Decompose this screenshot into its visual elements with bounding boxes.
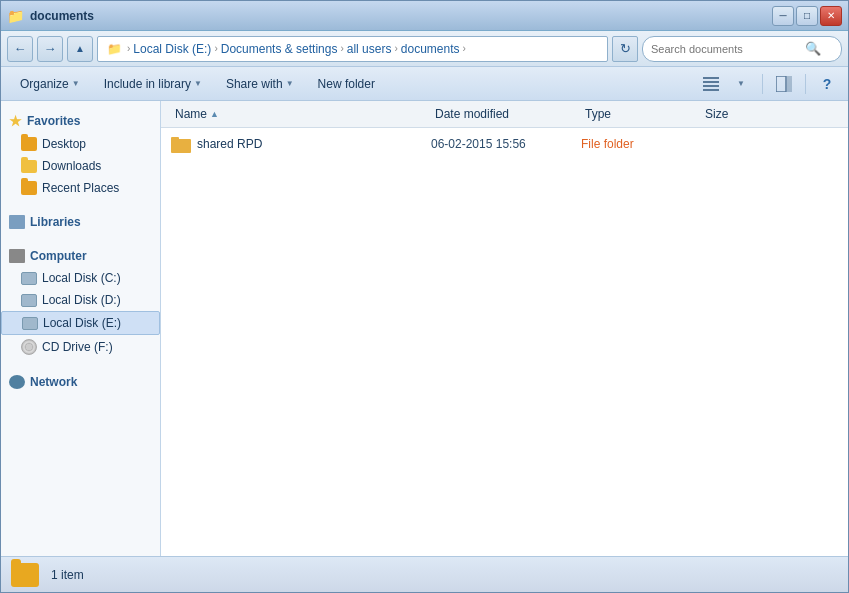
sidebar-desktop-label: Desktop — [42, 137, 86, 151]
sidebar-item-cd-f[interactable]: CD Drive (F:) — [1, 335, 160, 359]
close-button[interactable]: ✕ — [820, 6, 842, 26]
sidebar-item-local-d[interactable]: Local Disk (D:) — [1, 289, 160, 311]
favorites-label: Favorites — [27, 114, 80, 128]
cd-f-icon — [21, 339, 37, 355]
share-with-button[interactable]: Share with ▼ — [215, 71, 305, 97]
window-controls: ─ □ ✕ — [772, 6, 842, 26]
sort-arrow-icon: ▲ — [210, 109, 219, 119]
drive-e-icon — [22, 317, 38, 330]
sidebar-libraries-header: Libraries — [1, 211, 160, 233]
forward-button[interactable]: → — [37, 36, 63, 62]
network-icon — [9, 375, 25, 389]
file-date-0: 06-02-2015 15:56 — [431, 137, 581, 151]
col-name-label: Name — [175, 107, 207, 121]
breadcrumb: 📁 › Local Disk (E:) › Documents & settin… — [97, 36, 608, 62]
toolbar-separator-2 — [805, 74, 806, 94]
status-item-count: 1 item — [51, 568, 84, 582]
sidebar-recent-label: Recent Places — [42, 181, 119, 195]
view-chevron-icon: ▼ — [737, 79, 745, 88]
file-name-0: shared RPD — [197, 137, 431, 151]
organize-dropdown-icon: ▼ — [72, 79, 80, 88]
help-button[interactable]: ? — [814, 71, 840, 97]
table-row[interactable]: shared RPD 06-02-2015 15:56 File folder — [161, 132, 848, 156]
file-folder-icon — [171, 135, 191, 153]
maximize-button[interactable]: □ — [796, 6, 818, 26]
search-box: 🔍 — [642, 36, 842, 62]
file-type-0: File folder — [581, 137, 701, 151]
computer-icon — [9, 249, 25, 263]
toolbar-separator — [762, 74, 763, 94]
col-header-type[interactable]: Type — [581, 105, 701, 123]
sidebar-item-local-c[interactable]: Local Disk (C:) — [1, 267, 160, 289]
include-dropdown-icon: ▼ — [194, 79, 202, 88]
toolbar-right: ▼ ? — [698, 71, 840, 97]
svg-rect-1 — [703, 81, 719, 83]
share-with-label: Share with — [226, 77, 283, 91]
col-header-name[interactable]: Name ▲ — [171, 105, 431, 123]
col-size-label: Size — [705, 107, 728, 121]
sidebar-item-downloads[interactable]: Downloads — [1, 155, 160, 177]
include-in-library-button[interactable]: Include in library ▼ — [93, 71, 213, 97]
include-in-library-label: Include in library — [104, 77, 191, 91]
svg-rect-7 — [171, 137, 179, 141]
sidebar-local-c-label: Local Disk (C:) — [42, 271, 121, 285]
preview-pane-button[interactable] — [771, 71, 797, 97]
toolbar: Organize ▼ Include in library ▼ Share wi… — [1, 67, 848, 101]
organize-label: Organize — [20, 77, 69, 91]
view-list-button[interactable] — [698, 71, 724, 97]
sidebar-local-d-label: Local Disk (D:) — [42, 293, 121, 307]
status-folder-icon — [11, 563, 39, 587]
column-headers: Name ▲ Date modified Type Size — [161, 101, 848, 128]
svg-rect-4 — [776, 76, 786, 92]
up-button[interactable]: ▲ — [67, 36, 93, 62]
desktop-folder-icon — [21, 137, 37, 151]
libraries-icon — [9, 215, 25, 229]
minimize-button[interactable]: ─ — [772, 6, 794, 26]
breadcrumb-folder-icon: 📁 — [104, 40, 124, 58]
col-header-date[interactable]: Date modified — [431, 105, 581, 123]
star-icon: ★ — [9, 113, 22, 129]
sidebar-section-computer: Computer Local Disk (C:) Local Disk (D:)… — [1, 245, 160, 359]
drive-d-icon — [21, 294, 37, 307]
col-type-label: Type — [585, 107, 611, 121]
col-date-label: Date modified — [435, 107, 509, 121]
computer-label: Computer — [30, 249, 87, 263]
main-content: ★ Favorites Desktop Downloads Recent Pla… — [1, 101, 848, 556]
breadcrumb-item-1[interactable]: Documents & settings — [221, 42, 338, 56]
search-input[interactable] — [651, 43, 801, 55]
title-bar: 📁 documents ─ □ ✕ — [1, 1, 848, 31]
new-folder-button[interactable]: New folder — [307, 71, 386, 97]
sidebar-section-network: Network — [1, 371, 160, 393]
sidebar-item-recent-places[interactable]: Recent Places — [1, 177, 160, 199]
recent-folder-icon — [21, 181, 37, 195]
svg-rect-0 — [703, 77, 719, 79]
sidebar-computer-header: Computer — [1, 245, 160, 267]
organize-button[interactable]: Organize ▼ — [9, 71, 91, 97]
svg-rect-2 — [703, 85, 719, 87]
col-header-size[interactable]: Size — [701, 105, 781, 123]
search-icon[interactable]: 🔍 — [805, 41, 821, 56]
refresh-button[interactable]: ↻ — [612, 36, 638, 62]
sidebar-local-e-label: Local Disk (E:) — [43, 316, 121, 330]
network-label: Network — [30, 375, 77, 389]
sidebar-downloads-label: Downloads — [42, 159, 101, 173]
new-folder-label: New folder — [318, 77, 375, 91]
sidebar-item-local-e[interactable]: Local Disk (E:) — [1, 311, 160, 335]
sidebar-favorites-header: ★ Favorites — [1, 109, 160, 133]
window-title: documents — [30, 9, 94, 23]
breadcrumb-item-3[interactable]: documents — [401, 42, 460, 56]
breadcrumb-item-0[interactable]: Local Disk (E:) — [133, 42, 211, 56]
sidebar-cd-f-label: CD Drive (F:) — [42, 340, 113, 354]
sidebar-network-header: Network — [1, 371, 160, 393]
back-button[interactable]: ← — [7, 36, 33, 62]
file-list: shared RPD 06-02-2015 15:56 File folder — [161, 128, 848, 556]
svg-rect-3 — [703, 89, 719, 91]
share-dropdown-icon: ▼ — [286, 79, 294, 88]
sidebar: ★ Favorites Desktop Downloads Recent Pla… — [1, 101, 161, 556]
breadcrumb-item-2[interactable]: all users — [347, 42, 392, 56]
explorer-window: 📁 documents ─ □ ✕ ← → ▲ 📁 › Local Disk (… — [0, 0, 849, 593]
view-dropdown-button[interactable]: ▼ — [728, 71, 754, 97]
drive-c-icon — [21, 272, 37, 285]
sidebar-item-desktop[interactable]: Desktop — [1, 133, 160, 155]
svg-rect-6 — [171, 139, 191, 153]
